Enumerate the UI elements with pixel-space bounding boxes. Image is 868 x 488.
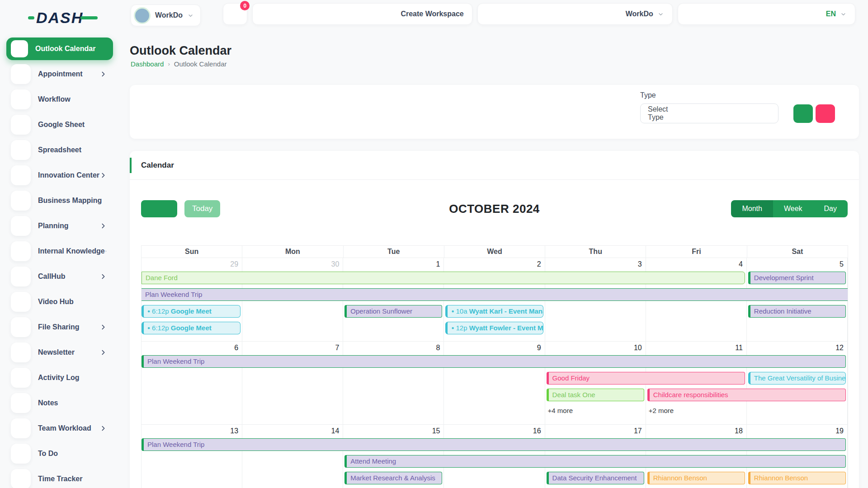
event-title: Dane Ford <box>146 274 178 282</box>
day-number: 7 <box>335 344 339 352</box>
sidebar-item-planning[interactable]: Planning <box>6 213 113 239</box>
next-month-button[interactable] <box>159 200 177 217</box>
sidebar-item-innovation-center[interactable]: Innovation Center <box>6 163 113 188</box>
chevron-left-icon <box>141 200 159 217</box>
dow-thu: Thu <box>545 246 646 258</box>
event-time: 6:12p <box>152 307 169 315</box>
more-events-link[interactable]: +2 more <box>548 486 573 488</box>
today-button[interactable]: Today <box>184 200 220 217</box>
sidebar-item-newsletter[interactable]: Newsletter <box>6 340 113 365</box>
reset-filter-button[interactable] <box>816 104 835 123</box>
chevron-right-icon <box>159 200 177 217</box>
create-workspace-button[interactable]: Create Workspace <box>252 3 472 25</box>
calendar-event[interactable]: Rhiannon Benson <box>647 472 745 484</box>
sidebar-item-label: Activity Log <box>38 374 107 382</box>
more-events-link[interactable]: +2 more <box>649 407 674 414</box>
sidebar-item-callhub[interactable]: CallHub <box>6 264 113 289</box>
day-number: 13 <box>230 427 238 435</box>
language-selector[interactable]: EN <box>678 3 855 25</box>
day-cell-7[interactable]: 7 <box>242 342 343 425</box>
chevron-down-icon <box>840 11 847 18</box>
sidebar-item-to-do[interactable]: To Do <box>6 441 113 466</box>
calendar-event[interactable]: The Great Versatility of Business Jo <box>748 372 846 385</box>
sidebar-item-workflow[interactable]: Workflow <box>6 87 113 112</box>
sidebar-item-appointment[interactable]: Appointment <box>6 61 113 87</box>
calendar-event[interactable]: Plan Weekend Trip <box>142 438 846 451</box>
calendar-event[interactable]: ●6:12p Google Meet <box>142 322 241 334</box>
calendar-event[interactable]: Childcare responsibilities <box>647 389 846 401</box>
breadcrumb-dashboard-link[interactable]: Dashboard <box>131 60 164 68</box>
sidebar-item-google-sheet[interactable]: Google Sheet <box>6 112 113 137</box>
day-cell-13[interactable]: 13 <box>142 425 242 488</box>
clipboard-off-icon <box>816 103 835 124</box>
sidebar-item-label: Time Tracker <box>38 475 107 483</box>
calendar-event[interactable]: Reduction Initiative <box>748 305 846 318</box>
more-events-link[interactable]: +4 more <box>346 486 371 488</box>
calendar-event[interactable]: Plan Weekend Trip <box>142 288 848 301</box>
type-select[interactable]: Select Type <box>640 103 778 123</box>
calendar-event[interactable]: Development Sprint <box>748 272 846 284</box>
calendar-icon <box>11 40 28 57</box>
more-events-link[interactable]: +2 more <box>750 486 774 488</box>
messages-button[interactable]: 0 <box>223 3 247 25</box>
sidebar-item-notes[interactable]: Notes <box>6 390 113 416</box>
day-cell-14[interactable]: 14 <box>242 425 343 488</box>
day-cell-9[interactable]: 9 <box>444 342 545 425</box>
sidebar-item-spreadsheet[interactable]: Spreadsheet <box>6 137 113 163</box>
filter-card: Type Select Type <box>130 85 859 139</box>
workspace-menu-button[interactable]: WorkDo <box>477 3 673 25</box>
view-day-button[interactable]: Day <box>813 200 848 217</box>
calendar-event[interactable]: Rhiannon Benson <box>748 472 846 484</box>
more-events-link[interactable]: +4 more <box>548 407 573 414</box>
sidebar-item-activity-log[interactable]: Activity Log <box>6 365 113 390</box>
chevron-right-icon <box>99 222 107 230</box>
view-month-button[interactable]: Month <box>731 200 773 217</box>
table-icon <box>11 115 31 135</box>
sidebar-item-label: Internal Knowledge <box>38 247 105 255</box>
calendar-event[interactable]: Good Friday <box>547 372 745 385</box>
calendar-event[interactable]: ●6:12p Google Meet <box>142 305 241 318</box>
event-title: Deal task One <box>552 391 595 399</box>
sidebar-item-outlook-calendar[interactable]: Outlook Calendar <box>6 38 113 60</box>
day-number: 4 <box>739 260 743 268</box>
sidebar-item-file-sharing[interactable]: File Sharing <box>6 314 113 340</box>
search-button[interactable] <box>793 104 813 123</box>
calendar-event[interactable]: ●10a Wyatt Karl - Event Manage <box>445 305 543 318</box>
calendar-event[interactable]: Deal task One <box>547 389 644 401</box>
calendar-week-row: 6789101112Plan Weekend TripGood FridayTh… <box>142 342 848 425</box>
sidebar-item-team-workload[interactable]: Team Workload <box>6 416 113 441</box>
day-number: 12 <box>835 344 844 352</box>
sidebar-item-internal-knowledge[interactable]: Internal Knowledge <box>6 239 113 264</box>
day-number: 15 <box>432 427 440 435</box>
day-number: 16 <box>533 427 541 435</box>
calendar-event[interactable]: Data Security Enhancement <box>547 472 644 484</box>
calendar-event[interactable]: Dane Ford <box>142 272 745 284</box>
calendar-nav-group <box>141 200 177 217</box>
plus-circle-icon <box>261 0 396 83</box>
calendar-event[interactable]: Operation Sunflower <box>344 305 442 318</box>
calendar-event[interactable]: Market Research & Analysis <box>344 472 442 484</box>
dashed-circle-icon <box>11 191 31 211</box>
mail-icon <box>11 343 31 362</box>
sidebar-item-time-tracker[interactable]: Time Tracker <box>6 466 113 488</box>
day-cell-8[interactable]: 8 <box>343 342 444 425</box>
calendar-event[interactable]: Attend Meeting <box>344 455 846 468</box>
workspace-chip[interactable]: WorkDo <box>131 5 201 26</box>
day-cell-6[interactable]: 6 <box>142 342 242 425</box>
sidebar-item-label: Business Mapping <box>38 197 107 205</box>
share-icon <box>11 89 31 109</box>
event-title: Wyatt Fowler - Event Man <box>469 324 543 332</box>
day-number: 17 <box>634 427 642 435</box>
day-number: 29 <box>230 260 238 268</box>
calendar-event[interactable]: ●12p Wyatt Fowler - Event Man <box>445 322 543 334</box>
sidebar-item-business-mapping[interactable]: Business Mapping <box>6 188 113 213</box>
video-icon <box>11 292 31 312</box>
app-logo[interactable]: DASH <box>28 9 98 27</box>
view-week-button[interactable]: Week <box>773 200 813 217</box>
sidebar-item-video-hub[interactable]: Video Hub <box>6 289 113 314</box>
calendar-event[interactable]: Plan Weekend Trip <box>142 355 846 368</box>
day-number: 2 <box>537 260 541 268</box>
prev-month-button[interactable] <box>141 200 159 217</box>
sidebar-item-label: Workflow <box>38 95 107 103</box>
type-filter: Type Select Type <box>640 91 842 123</box>
